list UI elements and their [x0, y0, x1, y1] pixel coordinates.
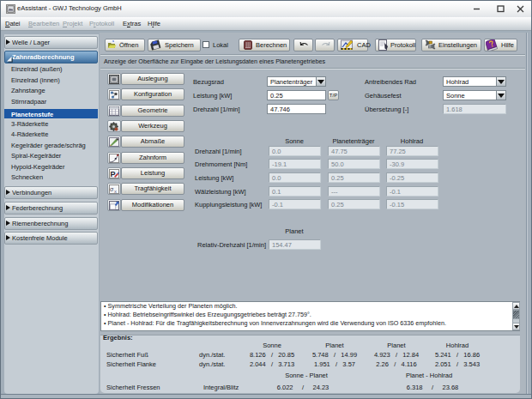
svg-text:x: x — [114, 189, 117, 194]
